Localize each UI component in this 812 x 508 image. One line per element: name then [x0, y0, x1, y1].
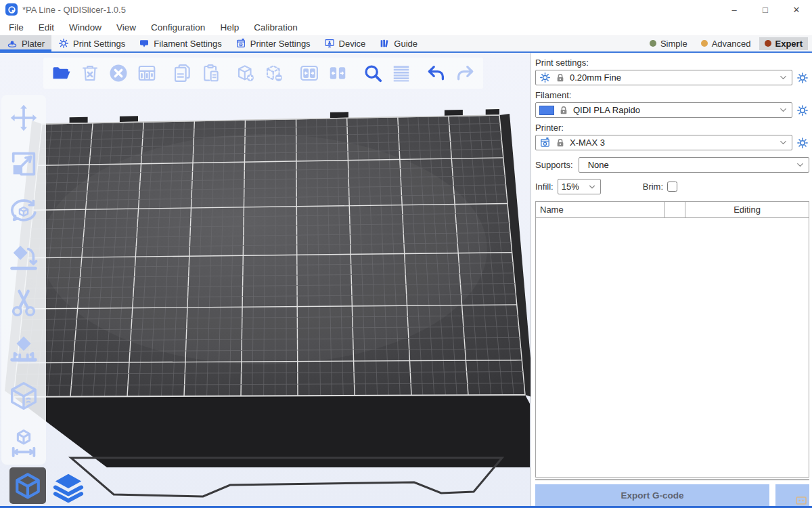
tab-printer-settings[interactable]: Printer Settings — [229, 35, 317, 51]
brim-checkbox[interactable] — [667, 182, 677, 192]
guide-icon — [379, 38, 390, 49]
seam-icon[interactable] — [6, 378, 41, 413]
redo-icon[interactable] — [452, 60, 478, 86]
delete-icon[interactable] — [77, 60, 103, 86]
menu-bar: File Edit Window View Configuration Help… — [0, 19, 812, 35]
filament-gear-button[interactable] — [796, 104, 809, 117]
maximize-button[interactable]: □ — [750, 0, 781, 19]
menu-window[interactable]: Window — [62, 19, 109, 35]
split-parts-icon[interactable] — [325, 60, 351, 86]
tab-label: Filament Settings — [154, 39, 221, 49]
printer-value: X-MAX 3 — [570, 137, 605, 148]
preview-layers-icon[interactable] — [51, 470, 85, 504]
mode-expert[interactable]: Expert — [759, 37, 808, 50]
print-bed — [0, 53, 531, 508]
filament-value: QIDI PLA Rapido — [573, 105, 640, 115]
remove-instance-icon[interactable] — [261, 60, 287, 86]
scale-icon[interactable] — [6, 146, 41, 182]
filament-label: Filament: — [535, 90, 809, 100]
chevron-down-icon — [778, 72, 788, 83]
gear-icon — [539, 72, 551, 83]
tab-label: Device — [339, 39, 366, 49]
menu-help[interactable]: Help — [212, 19, 246, 35]
delete-all-icon[interactable] — [106, 60, 131, 86]
open-folder-icon[interactable] — [49, 60, 74, 86]
mode-label: Simple — [660, 39, 687, 49]
tab-device[interactable]: Device — [317, 35, 373, 51]
menu-view[interactable]: View — [109, 19, 143, 35]
tab-label: Printer Settings — [250, 39, 311, 49]
place-on-face-icon[interactable] — [6, 239, 41, 274]
arrange-icon[interactable] — [134, 60, 160, 86]
search-icon[interactable] — [360, 60, 386, 86]
lock-icon — [555, 72, 566, 83]
object-list-header: Name Editing — [536, 202, 809, 218]
supports-label: Supports: — [535, 160, 573, 170]
mode-advanced[interactable]: Advanced — [696, 37, 757, 50]
close-button[interactable]: ✕ — [781, 0, 812, 19]
tab-label: Print Settings — [73, 39, 125, 49]
rotate-icon[interactable] — [6, 193, 41, 228]
undo-icon[interactable] — [424, 60, 449, 86]
brim-label: Brim: — [643, 182, 663, 192]
menu-calibration[interactable]: Calibration — [246, 19, 305, 35]
print-settings-gear-button[interactable] — [796, 71, 809, 85]
copy-icon[interactable] — [169, 60, 195, 86]
mode-switcher: Simple Advanced Expert — [644, 35, 812, 51]
paint-supports-icon[interactable] — [6, 331, 41, 366]
plater-icon — [7, 38, 18, 49]
tab-guide[interactable]: Guide — [372, 35, 424, 51]
chevron-down-icon — [778, 137, 788, 148]
menu-file[interactable]: File — [1, 19, 31, 35]
chevron-down-icon — [795, 160, 805, 170]
simple-dot-icon — [650, 40, 656, 47]
menu-configuration[interactable]: Configuration — [143, 19, 212, 35]
lock-icon — [558, 105, 569, 116]
expert-dot-icon — [765, 40, 771, 47]
column-header-extruder — [664, 202, 685, 217]
split-objects-icon[interactable] — [296, 60, 322, 86]
mode-simple[interactable]: Simple — [644, 37, 693, 50]
infill-combo[interactable]: 15% — [558, 179, 601, 194]
filament-color-swatch — [539, 106, 554, 115]
printer-label: Printer: — [535, 123, 809, 133]
move-icon[interactable] — [6, 100, 41, 135]
lock-icon — [555, 137, 566, 148]
cut-icon[interactable] — [6, 285, 41, 320]
export-gcode-button[interactable]: Export G-code — [535, 484, 769, 507]
view-toggle-group — [9, 467, 85, 504]
print-settings-combo[interactable]: 0.20mm Fine — [535, 70, 792, 85]
gear-icon — [58, 38, 69, 49]
send-to-printer-button[interactable] — [775, 484, 809, 507]
app-window: *PA Line - QIDISlicer-1.0.5 – □ ✕ File E… — [0, 0, 812, 508]
object-list-body[interactable] — [536, 218, 809, 477]
tab-filament-settings[interactable]: Filament Settings — [132, 35, 228, 51]
object-list[interactable]: Name Editing — [535, 201, 809, 478]
tab-print-settings[interactable]: Print Settings — [51, 35, 132, 51]
filament-combo[interactable]: QIDI PLA Rapido — [535, 102, 792, 118]
infill-value: 15% — [562, 182, 579, 192]
add-instance-icon[interactable] — [233, 60, 258, 86]
paste-icon[interactable] — [198, 60, 223, 86]
advanced-dot-icon — [701, 40, 708, 47]
mode-label: Advanced — [712, 39, 751, 49]
column-header-name: Name — [536, 205, 664, 215]
tab-plater[interactable]: Plater — [0, 35, 51, 51]
printer-combo[interactable]: X-MAX 3 — [535, 135, 792, 150]
printer-icon — [235, 38, 246, 49]
measure-icon[interactable] — [6, 424, 41, 459]
3d-editor-view-icon[interactable] — [9, 467, 46, 504]
supports-value: None — [583, 160, 609, 170]
export-area: Export G-code — [535, 480, 809, 508]
mode-label: Expert — [775, 39, 803, 49]
printer-gear-button[interactable] — [796, 136, 809, 150]
printer-icon — [539, 137, 551, 148]
minimize-button[interactable]: – — [719, 0, 750, 19]
menu-edit[interactable]: Edit — [31, 19, 62, 35]
app-logo-icon — [5, 3, 18, 16]
supports-combo[interactable]: None — [579, 157, 809, 173]
window-title: *PA Line - QIDISlicer-1.0.5 — [22, 5, 126, 15]
variable-layer-height-icon[interactable] — [388, 60, 414, 86]
viewport-3d[interactable] — [0, 53, 531, 508]
main-toolbar — [43, 58, 483, 89]
